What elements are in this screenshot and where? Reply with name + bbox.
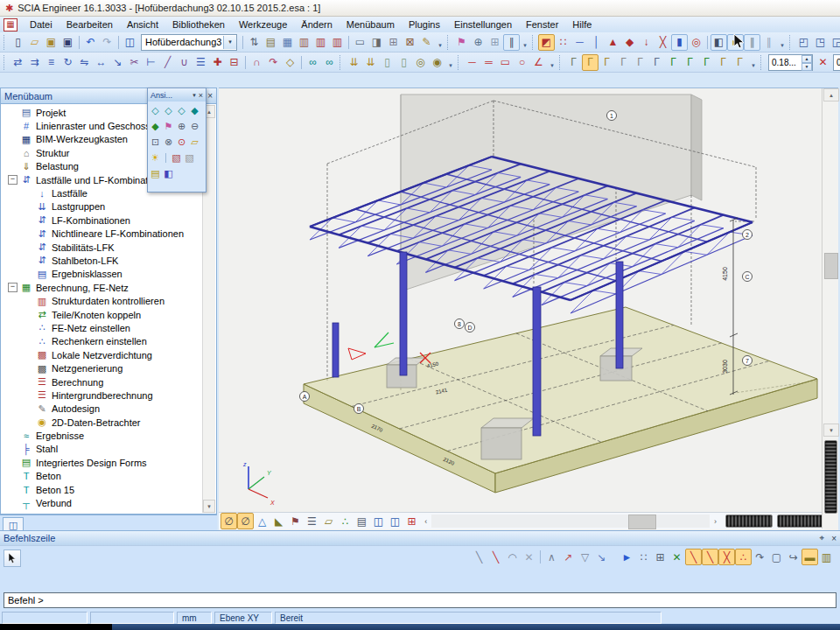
hscroll-left-icon[interactable]: ‹ xyxy=(420,514,431,528)
snap-target[interactable]: ◎ xyxy=(688,34,704,51)
visibility-groups[interactable]: ∥ xyxy=(760,34,777,51)
select-by-cursor[interactable]: ⇊ xyxy=(346,54,362,71)
connect-members[interactable]: ✚ xyxy=(209,54,226,71)
view-yz[interactable]: ◇ xyxy=(175,104,188,116)
clip-frame-9[interactable]: Γ xyxy=(698,54,715,71)
connect-nodes-link[interactable]: ∩ xyxy=(248,54,265,71)
overflow-chevron[interactable]: ▾ xyxy=(435,33,445,52)
document-system-icon[interactable]: ▦ xyxy=(4,18,18,32)
visibility-17[interactable]: ∥ xyxy=(744,34,760,51)
tree-item[interactable]: ⇵ Stabilitäts-LFK xyxy=(1,241,216,254)
tree-item[interactable]: ┬ Verbund xyxy=(1,496,216,509)
tree-item[interactable]: − ▦ Berechnung, FE-Netz xyxy=(1,281,216,294)
trim-members[interactable]: ✂ xyxy=(126,54,143,71)
zoom-in[interactable]: ⊕ xyxy=(175,120,188,132)
menu-item[interactable]: Hilfe xyxy=(565,18,598,32)
select-by-cutout[interactable]: ⇊ xyxy=(362,54,379,71)
light-toggle[interactable]: ☀ xyxy=(149,151,162,164)
column-display[interactable]: │ xyxy=(588,34,605,51)
export-box[interactable]: ⊠ xyxy=(402,34,418,51)
tree-item[interactable]: ▩ Netzgenerierung xyxy=(1,361,216,374)
cascade-window-2[interactable]: ◳ xyxy=(812,34,829,51)
scroll-down-icon[interactable]: ▾ xyxy=(823,424,839,437)
snap-midpoint[interactable]: ╲ xyxy=(685,549,702,565)
tree-item[interactable]: ▤ Integriertes Design Forms xyxy=(1,456,216,469)
mesh-size-spinner[interactable]: 0.18... ▲▼ xyxy=(768,54,813,71)
ground-slab[interactable] xyxy=(304,307,817,493)
tree-item[interactable]: T Beton 15 xyxy=(1,483,216,496)
mesh-local-refinement[interactable]: ✕ xyxy=(815,54,831,71)
snap-free[interactable]: ╲ xyxy=(471,549,487,565)
break-members[interactable]: ╱ xyxy=(159,54,176,71)
snap-arc[interactable]: ◠ xyxy=(504,549,521,565)
cascade-window-3[interactable]: ◲ xyxy=(829,34,840,51)
hscroll-right-icon[interactable]: › xyxy=(710,514,721,528)
zoom-wheel[interactable] xyxy=(777,514,824,528)
picture-to-gallery[interactable]: ◫ xyxy=(387,513,403,529)
tree-item[interactable]: ✎ Autodesign xyxy=(1,402,216,416)
tree-item[interactable]: ☰ Berechnung xyxy=(1,375,216,388)
snap-intersection[interactable]: ╳ xyxy=(718,549,735,565)
zoom-out[interactable]: ⊖ xyxy=(188,120,201,132)
labels-toggle[interactable]: ☰ xyxy=(304,513,320,529)
document-editor[interactable]: ✎ xyxy=(418,34,435,51)
pin-icon[interactable]: ⌖ xyxy=(820,533,825,543)
rotate-wheel[interactable] xyxy=(824,440,837,514)
snap-tangent[interactable]: ↷ xyxy=(752,549,768,565)
snap-polygon[interactable]: ▽ xyxy=(577,549,593,565)
paperspace-gallery[interactable]: ▥ xyxy=(296,34,312,51)
vscroll-thumb[interactable] xyxy=(824,253,838,279)
tree-item[interactable]: ⇵ LF-Kombinationen xyxy=(1,214,216,227)
snap-node[interactable]: ∧ xyxy=(543,549,560,565)
menu-item[interactable]: Ändern xyxy=(294,18,339,32)
spin-up-icon[interactable]: ▲ xyxy=(802,55,812,63)
snap-endpoint[interactable]: ╲ xyxy=(702,549,718,565)
copy-nodes[interactable]: ⇉ xyxy=(26,54,43,71)
tree-item[interactable]: ∴ FE-Netz einstellen xyxy=(1,321,216,334)
snap-line-division[interactable]: ↪ xyxy=(785,549,802,565)
section-grid-display[interactable]: ⊞ xyxy=(403,513,420,529)
save[interactable]: ▣ xyxy=(60,34,76,51)
coordinates-table[interactable]: ▥ xyxy=(818,549,835,565)
undo[interactable]: ↶ xyxy=(82,34,99,51)
clip-frame-10[interactable]: Γ xyxy=(715,54,732,71)
save-all[interactable]: ▣ xyxy=(43,34,60,51)
tree-item[interactable]: ⇄ Teile/Knoten koppeln xyxy=(1,308,216,321)
mirror-members[interactable]: ⇋ xyxy=(76,54,93,71)
clip-frame-7[interactable]: Γ xyxy=(665,54,682,71)
collapse-box[interactable]: − xyxy=(8,175,18,185)
scroll-down-icon[interactable]: ▾ xyxy=(203,500,215,513)
menu-item[interactable]: Fenster xyxy=(519,18,565,32)
hscroll-thumb[interactable] xyxy=(628,514,656,529)
measure-ruler[interactable]: ▬ xyxy=(802,549,818,565)
close-icon[interactable]: × xyxy=(199,91,203,100)
snap-edge[interactable]: ↗ xyxy=(560,549,577,565)
load-display-toggle[interactable]: ▱ xyxy=(320,513,337,529)
view-xz[interactable]: ◇ xyxy=(162,104,175,116)
load-display[interactable]: ↓ xyxy=(638,34,654,51)
view-direction[interactable]: ◧ xyxy=(162,167,175,179)
tree-item[interactable]: ◉ 2D-Daten-Betrachter xyxy=(1,416,216,429)
collapse-box[interactable]: − xyxy=(8,283,18,292)
draw-double-line[interactable]: ═ xyxy=(480,54,497,71)
paste-attributes[interactable]: ▯ xyxy=(396,54,412,71)
draw-circle[interactable]: ○ xyxy=(514,54,530,71)
clip-frame-2[interactable]: Γ xyxy=(582,54,598,71)
model-3d-scene[interactable]: 4150 3030 4150 2141 2170 2120 2 C 7 8 D … xyxy=(219,88,822,512)
wireframe-toggle[interactable]: ∅ xyxy=(220,513,237,529)
hinge-display[interactable]: ◆ xyxy=(621,34,638,51)
replace-binoculars[interactable]: ◉ xyxy=(429,54,445,71)
move-additional-data[interactable]: ∞ xyxy=(321,54,338,71)
menu-item[interactable]: Ansicht xyxy=(120,18,165,32)
draw-rectangle[interactable]: ▭ xyxy=(497,54,514,71)
menu-item[interactable]: Werkzeuge xyxy=(232,18,294,32)
coordinate-info[interactable]: ⊞ xyxy=(486,34,503,51)
snap-arc-center[interactable]: ▢ xyxy=(768,549,785,565)
print-picture[interactable]: ▱ xyxy=(188,136,201,148)
draw-angle[interactable]: ∠ xyxy=(530,54,547,71)
menu-item[interactable]: Plugins xyxy=(402,18,447,32)
picture-gallery[interactable]: ▦ xyxy=(279,34,296,51)
structure-menu[interactable]: ◩ xyxy=(538,34,555,51)
scale-members[interactable]: ↘ xyxy=(109,54,126,71)
clipboard-picture[interactable]: ▤ xyxy=(149,167,162,179)
